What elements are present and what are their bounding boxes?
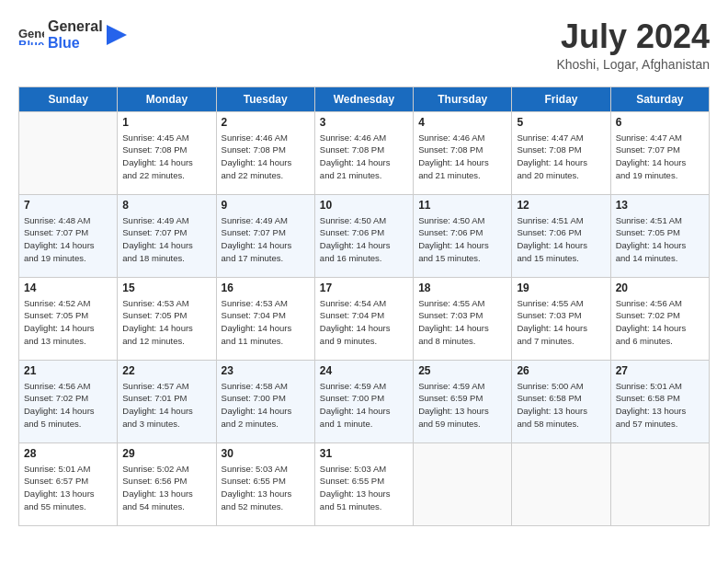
day-info: Sunrise: 4:55 AM Sunset: 7:03 PM Dayligh… <box>517 297 605 348</box>
day-info: Sunrise: 4:49 AM Sunset: 7:07 PM Dayligh… <box>222 214 310 265</box>
day-info: Sunrise: 5:01 AM Sunset: 6:58 PM Dayligh… <box>616 380 704 431</box>
day-number: 13 <box>616 199 704 212</box>
day-number: 2 <box>222 116 310 129</box>
logo-blue-text: Blue <box>48 35 103 52</box>
calendar-cell <box>512 442 610 525</box>
day-info: Sunrise: 5:03 AM Sunset: 6:55 PM Dayligh… <box>222 463 310 513</box>
svg-marker-2 <box>107 25 127 45</box>
calendar-cell: 6Sunrise: 4:47 AM Sunset: 7:07 PM Daylig… <box>610 111 709 194</box>
week-row-3: 14Sunrise: 4:52 AM Sunset: 7:05 PM Dayli… <box>19 277 710 360</box>
page-header: General Blue General Blue July 2024 Khos… <box>18 18 710 72</box>
day-info: Sunrise: 4:46 AM Sunset: 7:08 PM Dayligh… <box>418 132 506 182</box>
calendar-cell: 4Sunrise: 4:46 AM Sunset: 7:08 PM Daylig… <box>414 111 512 194</box>
day-number: 17 <box>320 282 408 294</box>
weekday-header-friday: Friday <box>512 86 610 111</box>
weekday-header-thursday: Thursday <box>414 86 512 111</box>
day-info: Sunrise: 4:46 AM Sunset: 7:08 PM Dayligh… <box>320 132 408 182</box>
calendar-cell: 11Sunrise: 4:50 AM Sunset: 7:06 PM Dayli… <box>414 194 512 277</box>
day-info: Sunrise: 4:53 AM Sunset: 7:04 PM Dayligh… <box>222 297 310 348</box>
calendar-cell: 27Sunrise: 5:01 AM Sunset: 6:58 PM Dayli… <box>610 360 709 442</box>
day-number: 1 <box>122 116 210 129</box>
day-info: Sunrise: 4:47 AM Sunset: 7:07 PM Dayligh… <box>616 132 704 182</box>
day-number: 9 <box>222 199 310 212</box>
calendar-cell: 26Sunrise: 5:00 AM Sunset: 6:58 PM Dayli… <box>512 360 610 442</box>
day-number: 8 <box>122 199 210 212</box>
month-year-title: July 2024 <box>556 18 710 55</box>
day-number: 20 <box>616 282 704 294</box>
calendar-cell: 9Sunrise: 4:49 AM Sunset: 7:07 PM Daylig… <box>216 194 314 277</box>
day-number: 6 <box>616 116 704 129</box>
logo-arrow-icon <box>107 25 127 45</box>
day-info: Sunrise: 4:54 AM Sunset: 7:04 PM Dayligh… <box>320 297 408 348</box>
calendar-cell: 8Sunrise: 4:49 AM Sunset: 7:07 PM Daylig… <box>118 194 216 277</box>
day-info: Sunrise: 4:55 AM Sunset: 7:03 PM Dayligh… <box>418 297 506 348</box>
day-info: Sunrise: 4:52 AM Sunset: 7:05 PM Dayligh… <box>24 297 112 348</box>
day-number: 7 <box>24 199 112 212</box>
calendar-cell: 22Sunrise: 4:57 AM Sunset: 7:01 PM Dayli… <box>118 360 216 442</box>
day-info: Sunrise: 4:50 AM Sunset: 7:06 PM Dayligh… <box>320 214 408 265</box>
calendar-cell: 2Sunrise: 4:46 AM Sunset: 7:08 PM Daylig… <box>216 111 314 194</box>
day-number: 30 <box>222 447 310 460</box>
calendar-cell: 3Sunrise: 4:46 AM Sunset: 7:08 PM Daylig… <box>314 111 413 194</box>
day-info: Sunrise: 4:58 AM Sunset: 7:00 PM Dayligh… <box>222 380 310 431</box>
day-number: 12 <box>517 199 605 212</box>
day-number: 10 <box>320 199 408 212</box>
calendar-cell: 28Sunrise: 5:01 AM Sunset: 6:57 PM Dayli… <box>19 442 118 525</box>
day-info: Sunrise: 4:56 AM Sunset: 7:02 PM Dayligh… <box>24 380 112 431</box>
week-row-1: 1Sunrise: 4:45 AM Sunset: 7:08 PM Daylig… <box>19 111 710 194</box>
day-number: 21 <box>24 364 112 377</box>
calendar-cell: 12Sunrise: 4:51 AM Sunset: 7:06 PM Dayli… <box>512 194 610 277</box>
day-number: 15 <box>122 282 210 294</box>
weekday-header-saturday: Saturday <box>610 86 709 111</box>
day-info: Sunrise: 4:51 AM Sunset: 7:06 PM Dayligh… <box>517 214 605 265</box>
day-info: Sunrise: 4:46 AM Sunset: 7:08 PM Dayligh… <box>222 132 310 182</box>
calendar-cell: 29Sunrise: 5:02 AM Sunset: 6:56 PM Dayli… <box>118 442 216 525</box>
day-info: Sunrise: 5:01 AM Sunset: 6:57 PM Dayligh… <box>24 463 112 513</box>
calendar-cell: 1Sunrise: 4:45 AM Sunset: 7:08 PM Daylig… <box>118 111 216 194</box>
calendar-cell: 14Sunrise: 4:52 AM Sunset: 7:05 PM Dayli… <box>19 277 118 360</box>
calendar-cell: 7Sunrise: 4:48 AM Sunset: 7:07 PM Daylig… <box>19 194 118 277</box>
location-subtitle: Khoshi, Logar, Afghanistan <box>556 57 710 72</box>
day-info: Sunrise: 4:51 AM Sunset: 7:05 PM Dayligh… <box>616 214 704 265</box>
calendar-cell: 18Sunrise: 4:55 AM Sunset: 7:03 PM Dayli… <box>414 277 512 360</box>
day-info: Sunrise: 4:47 AM Sunset: 7:08 PM Dayligh… <box>517 132 605 182</box>
weekday-header-wednesday: Wednesday <box>314 86 413 111</box>
day-number: 4 <box>418 116 506 129</box>
calendar-cell: 21Sunrise: 4:56 AM Sunset: 7:02 PM Dayli… <box>19 360 118 442</box>
day-number: 18 <box>418 282 506 294</box>
day-number: 5 <box>517 116 605 129</box>
calendar-cell: 20Sunrise: 4:56 AM Sunset: 7:02 PM Dayli… <box>610 277 709 360</box>
day-info: Sunrise: 4:45 AM Sunset: 7:08 PM Dayligh… <box>122 132 210 182</box>
day-number: 14 <box>24 282 112 294</box>
day-info: Sunrise: 4:57 AM Sunset: 7:01 PM Dayligh… <box>122 380 210 431</box>
weekday-header-monday: Monday <box>118 86 216 111</box>
day-number: 24 <box>320 364 408 377</box>
day-info: Sunrise: 5:02 AM Sunset: 6:56 PM Dayligh… <box>122 463 210 513</box>
calendar-cell: 10Sunrise: 4:50 AM Sunset: 7:06 PM Dayli… <box>314 194 413 277</box>
day-number: 3 <box>320 116 408 129</box>
day-info: Sunrise: 5:00 AM Sunset: 6:58 PM Dayligh… <box>517 380 605 431</box>
day-info: Sunrise: 4:59 AM Sunset: 6:59 PM Dayligh… <box>418 380 506 431</box>
calendar-cell: 24Sunrise: 4:59 AM Sunset: 7:00 PM Dayli… <box>314 360 413 442</box>
week-row-5: 28Sunrise: 5:01 AM Sunset: 6:57 PM Dayli… <box>19 442 710 525</box>
day-number: 27 <box>616 364 704 377</box>
calendar-table: SundayMondayTuesdayWednesdayThursdayFrid… <box>18 86 710 526</box>
day-number: 31 <box>320 447 408 460</box>
day-info: Sunrise: 4:53 AM Sunset: 7:05 PM Dayligh… <box>122 297 210 348</box>
day-number: 28 <box>24 447 112 460</box>
day-info: Sunrise: 4:49 AM Sunset: 7:07 PM Dayligh… <box>122 214 210 265</box>
day-info: Sunrise: 4:59 AM Sunset: 7:00 PM Dayligh… <box>320 380 408 431</box>
calendar-cell: 19Sunrise: 4:55 AM Sunset: 7:03 PM Dayli… <box>512 277 610 360</box>
calendar-cell: 25Sunrise: 4:59 AM Sunset: 6:59 PM Dayli… <box>414 360 512 442</box>
calendar-cell: 30Sunrise: 5:03 AM Sunset: 6:55 PM Dayli… <box>216 442 314 525</box>
calendar-cell <box>19 111 118 194</box>
weekday-header-sunday: Sunday <box>19 86 118 111</box>
logo: General Blue General Blue <box>18 18 127 51</box>
day-number: 23 <box>222 364 310 377</box>
weekday-header-tuesday: Tuesday <box>216 86 314 111</box>
weekday-header-row: SundayMondayTuesdayWednesdayThursdayFrid… <box>19 86 710 111</box>
day-number: 22 <box>122 364 210 377</box>
day-number: 26 <box>517 364 605 377</box>
day-number: 16 <box>222 282 310 294</box>
week-row-2: 7Sunrise: 4:48 AM Sunset: 7:07 PM Daylig… <box>19 194 710 277</box>
